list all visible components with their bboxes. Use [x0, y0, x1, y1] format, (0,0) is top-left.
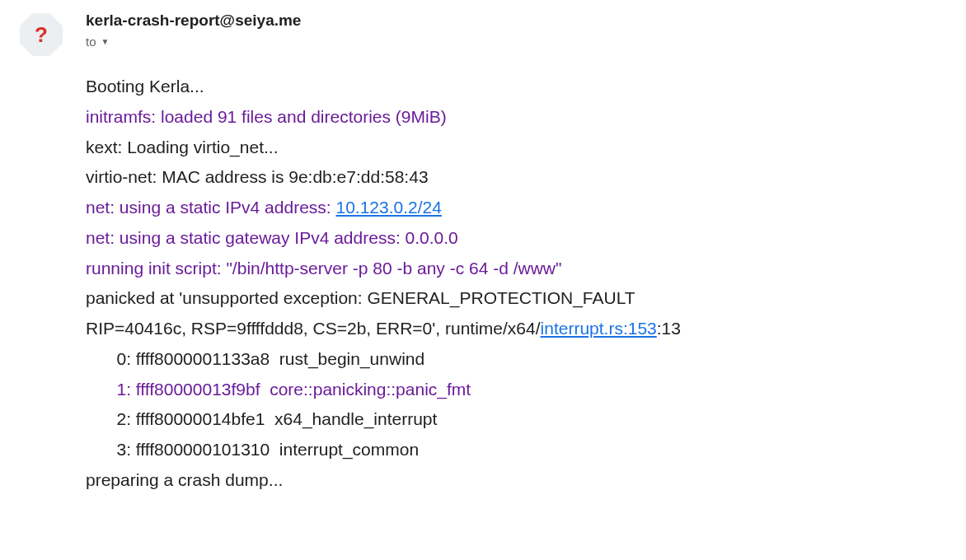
stack-frame: 3: ffff800000101310 interrupt_common — [86, 435, 946, 465]
log-line: panicked at 'unsupported exception: GENE… — [86, 283, 946, 314]
log-line: kext: Loading virtio_net... — [86, 133, 946, 163]
stack-frame: 2: ffff80000014bfe1 x64_handle_interrupt — [86, 404, 946, 435]
log-text: :13 — [657, 319, 681, 338]
log-line: RIP=40416c, RSP=9ffffddd8, CS=2b, ERR=0'… — [86, 314, 946, 344]
stack-frame: 0: ffff8000001133a8 rust_begin_unwind — [86, 344, 946, 375]
from-address: kerla-crash-report@seiya.me — [86, 12, 946, 30]
log-line: running init script: "/bin/http-server -… — [86, 254, 946, 284]
log-line: preparing a crash dump... — [86, 465, 946, 496]
log-text: net: using a static IPv4 address: — [86, 198, 336, 217]
log-line: Booting Kerla... — [86, 72, 946, 102]
chevron-down-icon: ▼ — [101, 37, 110, 46]
email-container: ? kerla-crash-report@seiya.me to ▼ Booti… — [0, 0, 966, 496]
log-line: virtio-net: MAC address is 9e:db:e7:dd:5… — [86, 162, 946, 193]
email-body: Booting Kerla... initramfs: loaded 91 fi… — [86, 72, 946, 496]
log-line: net: using a static IPv4 address: 10.123… — [86, 193, 946, 223]
sender-avatar: ? — [20, 13, 63, 56]
log-line: net: using a static gateway IPv4 address… — [86, 223, 946, 254]
source-link[interactable]: interrupt.rs:153 — [541, 319, 657, 338]
stack-frame: 1: ffff80000013f9bf core::panicking::pan… — [86, 375, 946, 405]
log-text: RIP=40416c, RSP=9ffffddd8, CS=2b, ERR=0'… — [86, 319, 541, 338]
question-mark-icon: ? — [35, 22, 48, 48]
to-dropdown[interactable]: to ▼ — [86, 35, 946, 49]
email-content: kerla-crash-report@seiya.me to ▼ Booting… — [86, 10, 946, 496]
to-label: to — [86, 35, 96, 49]
log-line: initramfs: loaded 91 files and directori… — [86, 102, 946, 133]
ip-link[interactable]: 10.123.0.2/24 — [336, 198, 442, 217]
